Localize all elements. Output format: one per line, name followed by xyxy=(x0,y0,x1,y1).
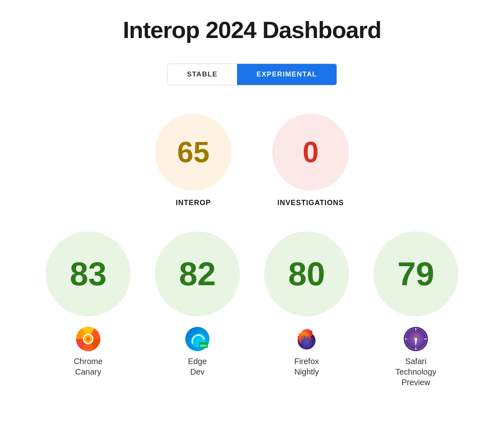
page-title: Interop 2024 Dashboard xyxy=(123,16,381,43)
edge-dev-name: EdgeDev xyxy=(188,356,207,377)
safari-tp-score-circle: 79 xyxy=(373,231,458,316)
chrome-canary-score: 83 xyxy=(70,255,106,293)
firefox-nightly-label: FirefoxNightly xyxy=(294,326,320,377)
safari-tp-name: SafariTechnologyPreview xyxy=(395,356,436,388)
firefox-nightly-name: FirefoxNightly xyxy=(294,356,319,377)
tab-stable[interactable]: STABLE xyxy=(167,64,237,85)
browser-firefox-nightly: 80 xyxy=(262,231,351,388)
chrome-canary-label: ChromeCanary xyxy=(74,326,102,377)
edge-dev-label: DEV EdgeDev xyxy=(184,326,210,377)
interop-summary: 65 INTEROP xyxy=(155,114,232,207)
edge-dev-score: 82 xyxy=(179,255,216,293)
chrome-canary-score-circle: 83 xyxy=(46,231,131,316)
interop-score-circle: 65 xyxy=(155,114,232,191)
interop-label: INTEROP xyxy=(176,199,211,207)
chrome-canary-icon xyxy=(75,326,101,352)
investigations-score-circle: 0 xyxy=(272,114,349,191)
safari-tp-score: 79 xyxy=(397,255,434,293)
safari-tp-label: SafariTechnologyPreview xyxy=(395,326,436,388)
svg-point-3 xyxy=(86,337,90,341)
investigations-summary: 0 INVESTIGATIONS xyxy=(272,114,349,207)
browser-edge-dev: 82 DEV xyxy=(153,231,242,388)
interop-score-value: 65 xyxy=(177,136,210,169)
chrome-canary-name: ChromeCanary xyxy=(74,356,102,377)
edge-dev-score-circle: 82 xyxy=(155,231,240,316)
firefox-nightly-score-circle: 80 xyxy=(264,231,349,316)
investigations-label: INVESTIGATIONS xyxy=(277,199,344,207)
firefox-nightly-score: 80 xyxy=(288,255,325,293)
tab-experimental[interactable]: EXPERIMENTAL xyxy=(237,64,337,85)
firefox-nightly-icon xyxy=(294,326,320,352)
browser-chrome-canary: 83 xyxy=(44,231,133,388)
svg-point-17 xyxy=(415,338,417,340)
browsers-row: 83 xyxy=(44,231,460,388)
svg-point-8 xyxy=(301,335,307,343)
investigations-score-value: 0 xyxy=(303,136,319,169)
browser-safari-tp: 79 xyxy=(371,231,460,388)
safari-tp-icon xyxy=(403,326,429,352)
edge-dev-icon: DEV xyxy=(184,326,210,352)
tab-switcher: STABLE EXPERIMENTAL xyxy=(167,64,337,85)
summary-row: 65 INTEROP 0 INVESTIGATIONS xyxy=(155,114,349,207)
svg-text:DEV: DEV xyxy=(200,344,207,348)
